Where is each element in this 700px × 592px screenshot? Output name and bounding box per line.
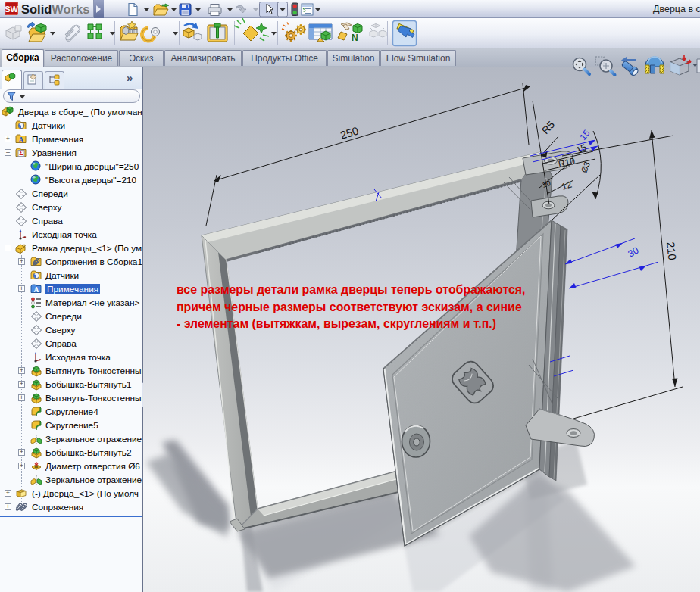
- svg-text:все размеры детали рамка дверц: все размеры детали рамка дверцы теперь о…: [177, 283, 526, 296]
- svg-text:SolidWorks: SolidWorks: [21, 2, 89, 16]
- svg-text:210: 210: [664, 241, 678, 261]
- svg-text:- элементам (вытяжкам, вырезам: - элементам (вытяжкам, вырезам, скруглен…: [177, 317, 496, 330]
- svg-text:причем черные размеры соответс: причем черные размеры соответствуют эски…: [177, 301, 522, 313]
- svg-text:SW: SW: [5, 5, 18, 14]
- svg-text:N: N: [352, 33, 358, 43]
